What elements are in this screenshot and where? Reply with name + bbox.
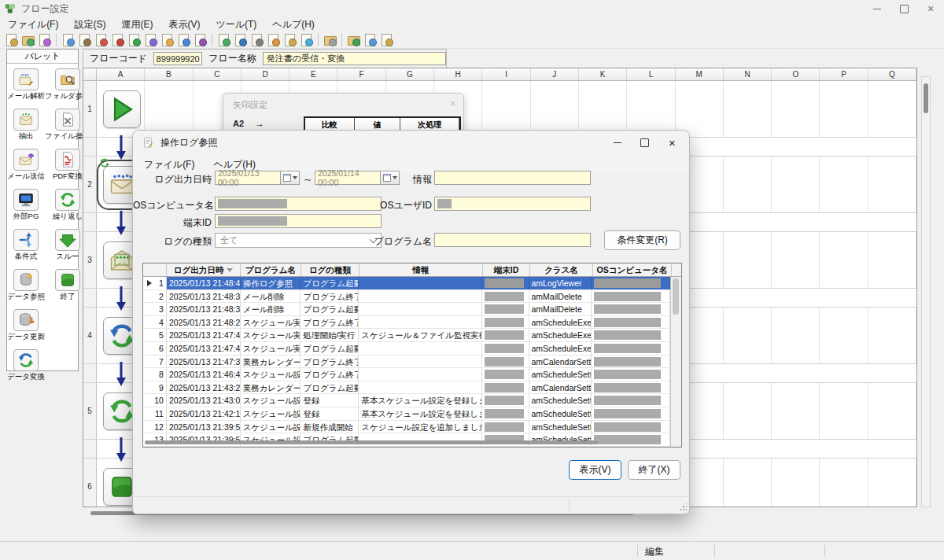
grid-cell-P6[interactable] — [820, 459, 868, 507]
log-table-row[interactable]: 92025/01/13 21:43:21業務カレンダー設定プログラム起動amCa… — [143, 381, 670, 395]
toolbar-zoom-settings-icon[interactable] — [194, 33, 207, 46]
program-name-field[interactable] — [434, 233, 591, 247]
terminal-id-field[interactable] — [215, 214, 382, 228]
palette-item-external-pg[interactable]: 外部PG — [7, 189, 45, 222]
toolbar-search-icon[interactable] — [363, 33, 377, 46]
grid-cell-B1[interactable] — [145, 81, 193, 137]
palette-item-extract[interactable]: 抽出 — [7, 109, 45, 142]
toolbar-save-icon[interactable] — [38, 33, 51, 46]
grid-row-header-3[interactable]: 3 — [83, 232, 97, 288]
grid-column-header-M[interactable]: M — [676, 68, 724, 80]
log-table-vscroll-thumb[interactable] — [673, 278, 679, 315]
palette-item-data-convert[interactable]: データ変換 — [7, 349, 45, 382]
flow-connector-arrow-icon[interactable] — [116, 286, 127, 315]
flow-connector-arrow-icon[interactable] — [116, 135, 127, 164]
menu-item-4[interactable]: 表示(V) — [160, 17, 208, 32]
grid-row-header-2[interactable]: 2 — [83, 157, 97, 212]
log-table-row[interactable]: 112025/01/13 21:42:16スケジュール設定登録基本スケジュール設… — [143, 407, 670, 421]
grid-cell-L1[interactable] — [627, 81, 675, 137]
grid-column-header-O[interactable]: O — [772, 68, 820, 80]
grid-cell-O4[interactable] — [772, 308, 820, 363]
log-table-row[interactable]: 82025/01/13 21:46:46スケジュール設定プログラム終了amSch… — [143, 368, 670, 381]
grid-column-header-I[interactable]: I — [482, 68, 530, 80]
grid-cell-O2[interactable] — [772, 157, 820, 212]
change-conditions-button[interactable]: 条件変更(R) — [604, 230, 680, 250]
os-user-field[interactable] — [434, 197, 591, 211]
toolbar-paste-icon[interactable] — [5, 33, 18, 46]
grid-column-header-E[interactable]: E — [289, 68, 337, 80]
toolbar-folder-new-icon[interactable] — [347, 33, 360, 46]
grid-cell-M1[interactable] — [676, 81, 724, 137]
grid-column-header-N[interactable]: N — [724, 68, 772, 80]
log-table-row[interactable]: 62025/01/13 21:47:45スケジュール実行プログラム起動amSch… — [143, 342, 670, 356]
grid-cell-P1[interactable] — [820, 81, 868, 137]
toolbar-check-settings-icon[interactable] — [160, 33, 174, 46]
grid-cell-Q5[interactable] — [868, 383, 916, 439]
log-table-row[interactable]: 122025/01/13 21:39:57スケジュール設定新規作成開始スケジュー… — [143, 421, 670, 434]
toolbar-open-folder-icon[interactable] — [21, 33, 35, 46]
grid-column-header-L[interactable]: L — [627, 68, 675, 80]
log-table-row[interactable]: 72025/01/13 21:47:38業務カレンダー設定プログラム終了amCa… — [143, 356, 670, 369]
toolbar-mail-receive-settings-icon[interactable] — [78, 33, 91, 46]
grid-row-header-5[interactable]: 5 — [83, 383, 97, 439]
grid-column-header-F[interactable]: F — [337, 68, 385, 80]
grid-row-header-6[interactable]: 6 — [83, 459, 97, 507]
grid-row-header-1[interactable]: 1 — [83, 81, 97, 137]
grid-row-header-4[interactable]: 4 — [83, 308, 97, 363]
restore-button[interactable] — [891, 0, 917, 17]
grid-column-header-D[interactable]: D — [242, 68, 289, 80]
toolbar-map-settings-icon[interactable] — [177, 33, 190, 46]
grid-column-header-K[interactable]: K — [579, 68, 627, 80]
close-button[interactable]: × — [917, 0, 944, 17]
date-from-picker-button[interactable] — [281, 171, 300, 185]
grid-vscroll-thumb[interactable] — [924, 83, 928, 113]
log-header-4[interactable]: 情報 — [360, 263, 483, 276]
info-field[interactable] — [434, 171, 591, 185]
flow-connector-arrow-icon[interactable] — [116, 437, 127, 466]
palette-item-mail-parse[interactable]: メール解析 — [7, 68, 45, 101]
toolbar-image-settings-icon[interactable] — [283, 33, 297, 46]
grid-column-header-G[interactable]: G — [386, 68, 434, 80]
palette-item-data-ref[interactable]: データ参照 — [7, 269, 45, 302]
palette-item-data-update[interactable]: データ更新 — [7, 309, 45, 342]
flow-node-start[interactable] — [103, 90, 141, 128]
grid-cell-O5[interactable] — [772, 383, 820, 439]
grid-cell-Q3[interactable] — [868, 232, 916, 288]
toolbar-phone-settings-icon[interactable] — [234, 33, 247, 46]
grid-cell-O6[interactable] — [772, 459, 820, 507]
log-header-7[interactable]: OSコンピュータ名 — [593, 263, 672, 276]
log-table-row[interactable]: 32025/01/13 21:48:35メール削除プログラム起動amMailDe… — [143, 303, 670, 316]
log-table-row[interactable]: 102025/01/13 21:43:00スケジュール設定登録基本スケジュール設… — [143, 394, 670, 407]
grid-column-header-A[interactable]: A — [97, 68, 145, 80]
grid-column-header-B[interactable]: B — [145, 68, 193, 80]
menu-item-3[interactable]: 運用(E) — [113, 17, 160, 32]
toolbar-network-settings-icon[interactable] — [300, 33, 313, 46]
toolbar-monitor-settings-icon[interactable] — [111, 33, 124, 46]
log-table-row[interactable]: 12025/01/13 21:48:45操作ログ参照プログラム起動amLogVi… — [143, 277, 670, 290]
flow-name-field[interactable]: 発注書の受信・変換 — [263, 52, 446, 65]
flow-code-field[interactable]: 899999920 — [153, 52, 202, 65]
grid-cell-N2[interactable] — [724, 157, 772, 212]
toolbar-history-icon[interactable] — [380, 33, 393, 46]
grid-cell-Q6[interactable] — [868, 459, 916, 507]
grid-cell-N6[interactable] — [724, 459, 772, 507]
menu-item-2[interactable]: 設定(S) — [66, 17, 113, 32]
log-header-1[interactable]: ログ出力日時 — [167, 263, 241, 276]
toolbar-folder-plain-icon[interactable] — [323, 33, 337, 46]
grid-column-header-J[interactable]: J — [531, 68, 579, 80]
grid-cell-Q2[interactable] — [868, 157, 916, 212]
grid-cell-P2[interactable] — [820, 157, 868, 212]
show-button[interactable]: 表示(V) — [569, 460, 621, 480]
log-header-2[interactable]: プログラム名 — [241, 263, 301, 276]
log-table-horizontal-scrollbar[interactable] — [145, 440, 598, 444]
grid-cell-N5[interactable] — [724, 383, 772, 439]
grid-cell-Q4[interactable] — [868, 308, 916, 363]
toolbar-database-settings-icon[interactable] — [144, 33, 157, 46]
toolbar-mail-send-settings-icon[interactable] — [94, 33, 108, 46]
log-table-vertical-scrollbar[interactable] — [670, 277, 681, 447]
grid-cell-J1[interactable] — [531, 81, 579, 137]
toolbar-edit-settings-icon[interactable] — [217, 33, 230, 46]
grid-column-header-H[interactable]: H — [434, 68, 482, 80]
grid-vertical-scrollbar[interactable] — [921, 76, 931, 507]
grid-column-header-C[interactable]: C — [194, 68, 242, 80]
